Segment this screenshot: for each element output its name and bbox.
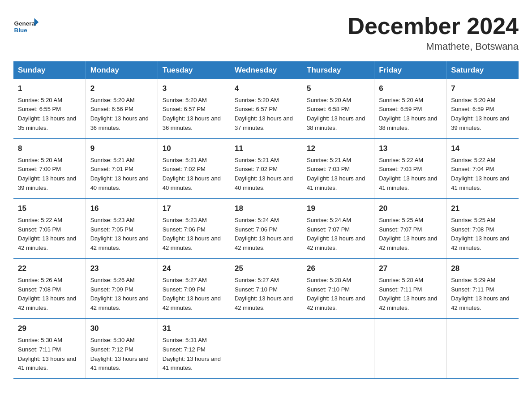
day-number: 5: [307, 83, 369, 94]
calendar-day-cell: 3Sunrise: 5:20 AMSunset: 6:57 PMDaylight…: [158, 79, 230, 139]
day-number: 17: [163, 203, 225, 214]
sunrise-info: Sunrise: 5:20 AM: [163, 97, 207, 103]
page-header: General Blue December 2024 Mmathete, Bot…: [13, 13, 519, 52]
daylight-info: Daylight: 13 hours and 42 minutes.: [307, 235, 365, 251]
calendar-day-cell: 10Sunrise: 5:21 AMSunset: 7:02 PMDayligh…: [158, 139, 230, 199]
day-number: 27: [379, 263, 442, 274]
day-number: 16: [90, 203, 153, 214]
day-number: 18: [235, 203, 297, 214]
day-number: 13: [379, 143, 442, 154]
sunset-info: Sunset: 6:59 PM: [379, 106, 422, 112]
sunset-info: Sunset: 6:58 PM: [307, 106, 350, 112]
day-number: 1: [18, 83, 81, 94]
sunrise-info: Sunrise: 5:21 AM: [163, 157, 207, 163]
daylight-info: Daylight: 13 hours and 40 minutes.: [90, 175, 149, 191]
calendar-day-cell: 28Sunrise: 5:29 AMSunset: 7:11 PMDayligh…: [446, 259, 519, 319]
sunset-info: Sunset: 7:02 PM: [235, 166, 278, 172]
day-number: 25: [235, 263, 297, 274]
day-number: 12: [307, 143, 369, 154]
day-number: 24: [163, 263, 225, 274]
sunset-info: Sunset: 6:56 PM: [90, 106, 133, 112]
daylight-info: Daylight: 13 hours and 36 minutes.: [90, 115, 149, 131]
calendar-day-cell: 16Sunrise: 5:23 AMSunset: 7:05 PMDayligh…: [86, 199, 158, 259]
calendar-day-cell: 22Sunrise: 5:26 AMSunset: 7:08 PMDayligh…: [13, 259, 86, 319]
daylight-info: Daylight: 13 hours and 41 minutes.: [163, 355, 221, 372]
calendar-day-cell: 31Sunrise: 5:31 AMSunset: 7:12 PMDayligh…: [158, 319, 230, 379]
day-number: 15: [18, 203, 81, 214]
daylight-info: Daylight: 13 hours and 42 minutes.: [379, 295, 437, 311]
sunrise-info: Sunrise: 5:22 AM: [379, 157, 423, 163]
sunrise-info: Sunrise: 5:28 AM: [379, 277, 423, 283]
daylight-info: Daylight: 13 hours and 41 minutes.: [90, 355, 149, 372]
logo: General Blue: [13, 13, 40, 36]
sunset-info: Sunset: 7:06 PM: [235, 226, 278, 233]
daylight-info: Daylight: 13 hours and 42 minutes.: [451, 295, 509, 311]
day-number: 20: [379, 203, 442, 214]
calendar-day-cell: 18Sunrise: 5:24 AMSunset: 7:06 PMDayligh…: [230, 199, 302, 259]
sunset-info: Sunset: 7:01 PM: [90, 166, 133, 172]
daylight-info: Daylight: 13 hours and 38 minutes.: [307, 115, 365, 131]
sunset-info: Sunset: 7:12 PM: [90, 346, 133, 353]
sunrise-info: Sunrise: 5:20 AM: [18, 97, 62, 103]
calendar-day-cell: 14Sunrise: 5:22 AMSunset: 7:04 PMDayligh…: [446, 139, 519, 199]
calendar-day-cell: 25Sunrise: 5:27 AMSunset: 7:10 PMDayligh…: [230, 259, 302, 319]
daylight-info: Daylight: 13 hours and 42 minutes.: [90, 235, 149, 251]
sunset-info: Sunset: 6:55 PM: [18, 106, 61, 112]
daylight-info: Daylight: 13 hours and 40 minutes.: [235, 175, 293, 191]
logo-icon: General Blue: [13, 13, 40, 36]
day-number: 28: [451, 263, 514, 274]
sunset-info: Sunset: 7:03 PM: [379, 166, 422, 172]
calendar-day-cell: 4Sunrise: 5:20 AMSunset: 6:57 PMDaylight…: [230, 79, 302, 139]
col-saturday: Saturday: [446, 61, 519, 79]
sunrise-info: Sunrise: 5:21 AM: [307, 157, 351, 163]
calendar-day-cell: 24Sunrise: 5:27 AMSunset: 7:09 PMDayligh…: [158, 259, 230, 319]
daylight-info: Daylight: 13 hours and 37 minutes.: [235, 115, 293, 131]
svg-text:Blue: Blue: [14, 27, 28, 34]
daylight-info: Daylight: 13 hours and 35 minutes.: [18, 115, 76, 131]
sunset-info: Sunset: 7:11 PM: [18, 346, 61, 353]
calendar-day-cell: 12Sunrise: 5:21 AMSunset: 7:03 PMDayligh…: [302, 139, 374, 199]
sunset-info: Sunset: 7:09 PM: [90, 286, 133, 293]
daylight-info: Daylight: 13 hours and 42 minutes.: [451, 235, 509, 251]
sunrise-info: Sunrise: 5:20 AM: [235, 97, 279, 103]
sunset-info: Sunset: 7:02 PM: [163, 166, 206, 172]
sunset-info: Sunset: 7:09 PM: [163, 286, 206, 293]
day-number: 21: [451, 203, 514, 214]
sunset-info: Sunset: 7:07 PM: [379, 226, 422, 233]
sunrise-info: Sunrise: 5:20 AM: [379, 97, 423, 103]
svg-text:General: General: [14, 20, 37, 27]
month-title: December 2024: [348, 13, 519, 39]
daylight-info: Daylight: 13 hours and 36 minutes.: [163, 115, 221, 131]
daylight-info: Daylight: 13 hours and 41 minutes.: [451, 175, 509, 191]
sunrise-info: Sunrise: 5:24 AM: [235, 217, 279, 223]
day-number: 31: [163, 323, 225, 334]
calendar-day-cell: 20Sunrise: 5:25 AMSunset: 7:07 PMDayligh…: [374, 199, 446, 259]
calendar-day-cell: 17Sunrise: 5:23 AMSunset: 7:06 PMDayligh…: [158, 199, 230, 259]
calendar-day-cell: 21Sunrise: 5:25 AMSunset: 7:08 PMDayligh…: [446, 199, 519, 259]
sunrise-info: Sunrise: 5:27 AM: [163, 277, 207, 283]
calendar-table: Sunday Monday Tuesday Wednesday Thursday…: [13, 61, 519, 379]
calendar-day-cell: 9Sunrise: 5:21 AMSunset: 7:01 PMDaylight…: [86, 139, 158, 199]
sunrise-info: Sunrise: 5:30 AM: [90, 337, 135, 343]
daylight-info: Daylight: 13 hours and 39 minutes.: [451, 115, 509, 131]
title-section: December 2024 Mmathete, Botswana: [348, 13, 519, 52]
calendar-week-row: 8Sunrise: 5:20 AMSunset: 7:00 PMDaylight…: [13, 139, 519, 199]
calendar-day-cell: 2Sunrise: 5:20 AMSunset: 6:56 PMDaylight…: [86, 79, 158, 139]
calendar-day-cell: 1Sunrise: 5:20 AMSunset: 6:55 PMDaylight…: [13, 79, 86, 139]
daylight-info: Daylight: 13 hours and 39 minutes.: [18, 175, 76, 191]
calendar-week-row: 22Sunrise: 5:26 AMSunset: 7:08 PMDayligh…: [13, 259, 519, 319]
col-wednesday: Wednesday: [230, 61, 302, 79]
day-number: 11: [235, 143, 297, 154]
sunset-info: Sunset: 7:10 PM: [307, 286, 350, 293]
sunset-info: Sunset: 7:07 PM: [307, 226, 350, 233]
daylight-info: Daylight: 13 hours and 38 minutes.: [379, 115, 437, 131]
sunrise-info: Sunrise: 5:26 AM: [18, 277, 62, 283]
sunrise-info: Sunrise: 5:20 AM: [451, 97, 495, 103]
daylight-info: Daylight: 13 hours and 41 minutes.: [307, 175, 365, 191]
calendar-day-cell: 6Sunrise: 5:20 AMSunset: 6:59 PMDaylight…: [374, 79, 446, 139]
calendar-day-cell: 23Sunrise: 5:26 AMSunset: 7:09 PMDayligh…: [86, 259, 158, 319]
day-number: 4: [235, 83, 297, 94]
sunset-info: Sunset: 7:11 PM: [379, 286, 422, 293]
calendar-day-cell: 11Sunrise: 5:21 AMSunset: 7:02 PMDayligh…: [230, 139, 302, 199]
sunset-info: Sunset: 7:05 PM: [90, 226, 133, 233]
